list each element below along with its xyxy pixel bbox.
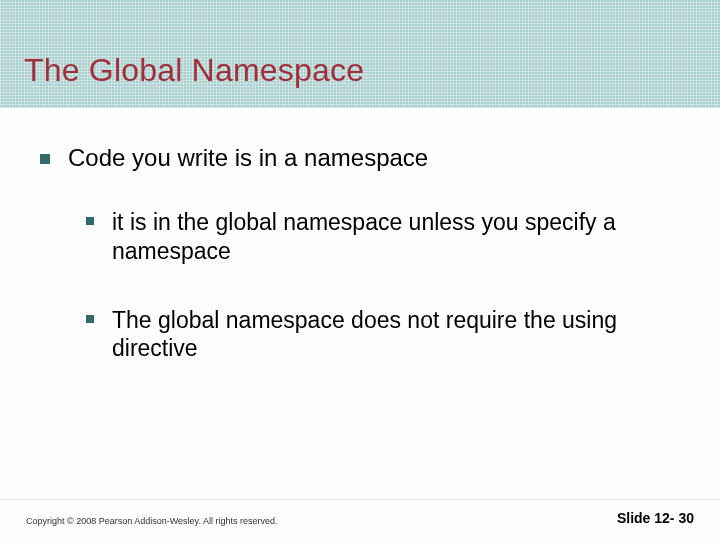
bullet-level2-text: it is in the global namespace unless you… [112,208,652,266]
bullet-level2-group: it is in the global namespace unless you… [86,208,680,363]
title-band: The Global Namespace [0,0,720,108]
bullet-level2-item: The global namespace does not require th… [86,306,680,364]
bullet-level1-text: Code you write is in a namespace [68,144,428,172]
footer: Copyright © 2008 Pearson Addison-Wesley.… [0,499,720,540]
slide-title: The Global Namespace [24,52,364,89]
bullet-level2-item: it is in the global namespace unless you… [86,208,680,266]
slide-body: Code you write is in a namespace it is i… [0,108,720,540]
copyright-text: Copyright © 2008 Pearson Addison-Wesley.… [26,516,277,526]
slide: The Global Namespace Code you write is i… [0,0,720,540]
square-bullet-icon [40,154,50,164]
bullet-level2-text: The global namespace does not require th… [112,306,652,364]
square-bullet-icon [86,217,94,225]
square-bullet-icon [86,315,94,323]
bullet-level1: Code you write is in a namespace [40,144,680,172]
slide-number: Slide 12- 30 [617,510,694,526]
